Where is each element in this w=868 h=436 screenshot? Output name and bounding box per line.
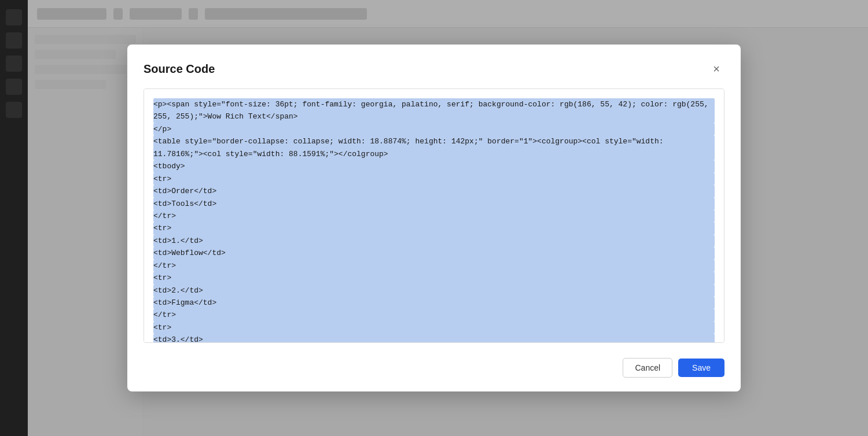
code-line: <tr> — [153, 272, 715, 284]
code-line: <td>Webflow</td> — [153, 247, 715, 259]
code-line: <p><span style="font-size: 36pt; font-fa… — [153, 98, 715, 123]
code-line: <table style="border-collapse: collapse;… — [153, 135, 715, 160]
code-line: </tr> — [153, 309, 715, 321]
code-line: <tr> — [153, 173, 715, 185]
code-line: </tr> — [153, 260, 715, 272]
modal-footer: Cancel Save — [144, 358, 724, 378]
code-line: <td>Figma</td> — [153, 297, 715, 309]
modal-overlay: Source Code × <p><span style="font-size:… — [0, 0, 868, 436]
modal-header: Source Code × — [144, 61, 724, 77]
save-button[interactable]: Save — [678, 359, 724, 377]
code-line: <tr> — [153, 322, 715, 334]
code-line: </p> — [153, 123, 715, 135]
code-line: <td>3.</td> — [153, 334, 715, 343]
code-line: <tbody> — [153, 160, 715, 172]
code-line: <tr> — [153, 222, 715, 234]
code-editor[interactable]: <p><span style="font-size: 36pt; font-fa… — [144, 88, 724, 343]
code-line: <td>2.</td> — [153, 284, 715, 297]
cancel-button[interactable]: Cancel — [623, 358, 672, 378]
code-line: <td>Tools</td> — [153, 198, 715, 210]
modal-body: <p><span style="font-size: 36pt; font-fa… — [144, 88, 724, 346]
modal-title: Source Code — [144, 62, 215, 76]
code-line: <td>1.</td> — [153, 235, 715, 247]
source-code-modal: Source Code × <p><span style="font-size:… — [127, 45, 741, 391]
code-line: <td>Order</td> — [153, 185, 715, 197]
close-button[interactable]: × — [708, 61, 724, 77]
code-line: </tr> — [153, 210, 715, 222]
